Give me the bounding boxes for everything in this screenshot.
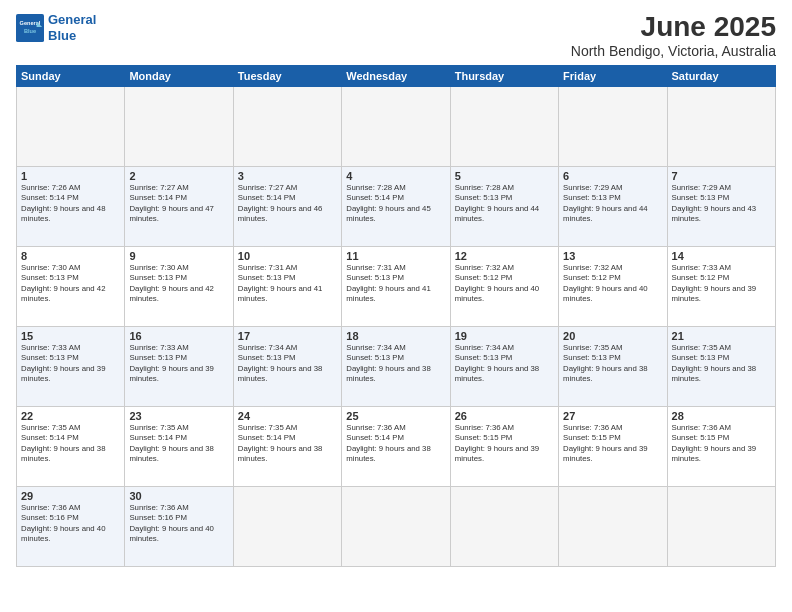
- cell-text: Sunrise: 7:34 AM Sunset: 5:13 PM Dayligh…: [346, 343, 445, 385]
- calendar-cell: 3Sunrise: 7:27 AM Sunset: 5:14 PM Daylig…: [233, 166, 341, 246]
- cell-text: Sunrise: 7:35 AM Sunset: 5:14 PM Dayligh…: [21, 423, 120, 465]
- header-tuesday: Tuesday: [233, 65, 341, 86]
- calendar-cell: 28Sunrise: 7:36 AM Sunset: 5:15 PM Dayli…: [667, 406, 775, 486]
- day-number: 5: [455, 170, 554, 182]
- cell-text: Sunrise: 7:36 AM Sunset: 5:16 PM Dayligh…: [21, 503, 120, 545]
- day-number: 6: [563, 170, 662, 182]
- calendar-cell: [125, 86, 233, 166]
- cell-text: Sunrise: 7:33 AM Sunset: 5:13 PM Dayligh…: [21, 343, 120, 385]
- calendar-cell: 27Sunrise: 7:36 AM Sunset: 5:15 PM Dayli…: [559, 406, 667, 486]
- cell-text: Sunrise: 7:31 AM Sunset: 5:13 PM Dayligh…: [346, 263, 445, 305]
- day-number: 18: [346, 330, 445, 342]
- calendar-cell: 4Sunrise: 7:28 AM Sunset: 5:14 PM Daylig…: [342, 166, 450, 246]
- cell-text: Sunrise: 7:29 AM Sunset: 5:13 PM Dayligh…: [563, 183, 662, 225]
- calendar-cell: [667, 86, 775, 166]
- calendar-cell: 2Sunrise: 7:27 AM Sunset: 5:14 PM Daylig…: [125, 166, 233, 246]
- calendar-cell: 10Sunrise: 7:31 AM Sunset: 5:13 PM Dayli…: [233, 246, 341, 326]
- cell-text: Sunrise: 7:35 AM Sunset: 5:13 PM Dayligh…: [563, 343, 662, 385]
- calendar-cell: 7Sunrise: 7:29 AM Sunset: 5:13 PM Daylig…: [667, 166, 775, 246]
- day-number: 21: [672, 330, 771, 342]
- calendar-cell: [559, 86, 667, 166]
- calendar-cell: 1Sunrise: 7:26 AM Sunset: 5:14 PM Daylig…: [17, 166, 125, 246]
- day-number: 10: [238, 250, 337, 262]
- cell-text: Sunrise: 7:30 AM Sunset: 5:13 PM Dayligh…: [21, 263, 120, 305]
- calendar-cell: 17Sunrise: 7:34 AM Sunset: 5:13 PM Dayli…: [233, 326, 341, 406]
- svg-text:Blue: Blue: [24, 27, 36, 33]
- calendar-header: Sunday Monday Tuesday Wednesday Thursday…: [17, 65, 776, 86]
- calendar-cell: 20Sunrise: 7:35 AM Sunset: 5:13 PM Dayli…: [559, 326, 667, 406]
- calendar-cell: 16Sunrise: 7:33 AM Sunset: 5:13 PM Dayli…: [125, 326, 233, 406]
- calendar-cell: 14Sunrise: 7:33 AM Sunset: 5:12 PM Dayli…: [667, 246, 775, 326]
- calendar-cell: 30Sunrise: 7:36 AM Sunset: 5:16 PM Dayli…: [125, 486, 233, 566]
- header-row: General Blue General Blue June 2025 Nort…: [16, 12, 776, 59]
- calendar-cell: 18Sunrise: 7:34 AM Sunset: 5:13 PM Dayli…: [342, 326, 450, 406]
- calendar-week-4: 22Sunrise: 7:35 AM Sunset: 5:14 PM Dayli…: [17, 406, 776, 486]
- calendar-cell: [342, 486, 450, 566]
- calendar-subtitle: North Bendigo, Victoria, Australia: [571, 43, 776, 59]
- day-number: 16: [129, 330, 228, 342]
- calendar-cell: 23Sunrise: 7:35 AM Sunset: 5:14 PM Dayli…: [125, 406, 233, 486]
- logo-text: General Blue: [48, 12, 96, 43]
- calendar-week-3: 15Sunrise: 7:33 AM Sunset: 5:13 PM Dayli…: [17, 326, 776, 406]
- calendar-table: Sunday Monday Tuesday Wednesday Thursday…: [16, 65, 776, 567]
- calendar-cell: [17, 86, 125, 166]
- day-number: 3: [238, 170, 337, 182]
- calendar-week-0: [17, 86, 776, 166]
- cell-text: Sunrise: 7:32 AM Sunset: 5:12 PM Dayligh…: [563, 263, 662, 305]
- cell-text: Sunrise: 7:32 AM Sunset: 5:12 PM Dayligh…: [455, 263, 554, 305]
- cell-text: Sunrise: 7:28 AM Sunset: 5:14 PM Dayligh…: [346, 183, 445, 225]
- cell-text: Sunrise: 7:27 AM Sunset: 5:14 PM Dayligh…: [238, 183, 337, 225]
- calendar-cell: 25Sunrise: 7:36 AM Sunset: 5:14 PM Dayli…: [342, 406, 450, 486]
- day-number: 11: [346, 250, 445, 262]
- day-number: 4: [346, 170, 445, 182]
- header-thursday: Thursday: [450, 65, 558, 86]
- calendar-cell: 6Sunrise: 7:29 AM Sunset: 5:13 PM Daylig…: [559, 166, 667, 246]
- calendar-cell: 12Sunrise: 7:32 AM Sunset: 5:12 PM Dayli…: [450, 246, 558, 326]
- cell-text: Sunrise: 7:35 AM Sunset: 5:13 PM Dayligh…: [672, 343, 771, 385]
- cell-text: Sunrise: 7:34 AM Sunset: 5:13 PM Dayligh…: [238, 343, 337, 385]
- day-number: 20: [563, 330, 662, 342]
- cell-text: Sunrise: 7:36 AM Sunset: 5:15 PM Dayligh…: [672, 423, 771, 465]
- cell-text: Sunrise: 7:35 AM Sunset: 5:14 PM Dayligh…: [238, 423, 337, 465]
- calendar-cell: 5Sunrise: 7:28 AM Sunset: 5:13 PM Daylig…: [450, 166, 558, 246]
- calendar-cell: [450, 486, 558, 566]
- day-number: 12: [455, 250, 554, 262]
- logo-line1: General: [48, 12, 96, 27]
- calendar-cell: [450, 86, 558, 166]
- cell-text: Sunrise: 7:34 AM Sunset: 5:13 PM Dayligh…: [455, 343, 554, 385]
- calendar-cell: 15Sunrise: 7:33 AM Sunset: 5:13 PM Dayli…: [17, 326, 125, 406]
- header-wednesday: Wednesday: [342, 65, 450, 86]
- cell-text: Sunrise: 7:28 AM Sunset: 5:13 PM Dayligh…: [455, 183, 554, 225]
- day-number: 30: [129, 490, 228, 502]
- day-number: 25: [346, 410, 445, 422]
- title-block: June 2025 North Bendigo, Victoria, Austr…: [571, 12, 776, 59]
- day-number: 15: [21, 330, 120, 342]
- cell-text: Sunrise: 7:36 AM Sunset: 5:15 PM Dayligh…: [563, 423, 662, 465]
- cell-text: Sunrise: 7:35 AM Sunset: 5:14 PM Dayligh…: [129, 423, 228, 465]
- day-number: 23: [129, 410, 228, 422]
- calendar-cell: [342, 86, 450, 166]
- logo-line2: Blue: [48, 28, 76, 43]
- day-number: 14: [672, 250, 771, 262]
- header-sunday: Sunday: [17, 65, 125, 86]
- calendar-cell: 26Sunrise: 7:36 AM Sunset: 5:15 PM Dayli…: [450, 406, 558, 486]
- calendar-week-2: 8Sunrise: 7:30 AM Sunset: 5:13 PM Daylig…: [17, 246, 776, 326]
- day-number: 9: [129, 250, 228, 262]
- header-monday: Monday: [125, 65, 233, 86]
- day-number: 27: [563, 410, 662, 422]
- calendar-page: General Blue General Blue June 2025 Nort…: [0, 0, 792, 612]
- calendar-cell: 13Sunrise: 7:32 AM Sunset: 5:12 PM Dayli…: [559, 246, 667, 326]
- day-number: 24: [238, 410, 337, 422]
- calendar-week-5: 29Sunrise: 7:36 AM Sunset: 5:16 PM Dayli…: [17, 486, 776, 566]
- calendar-cell: [233, 86, 341, 166]
- calendar-cell: [559, 486, 667, 566]
- calendar-cell: 21Sunrise: 7:35 AM Sunset: 5:13 PM Dayli…: [667, 326, 775, 406]
- cell-text: Sunrise: 7:33 AM Sunset: 5:13 PM Dayligh…: [129, 343, 228, 385]
- calendar-cell: 24Sunrise: 7:35 AM Sunset: 5:14 PM Dayli…: [233, 406, 341, 486]
- calendar-cell: 22Sunrise: 7:35 AM Sunset: 5:14 PM Dayli…: [17, 406, 125, 486]
- day-number: 2: [129, 170, 228, 182]
- day-number: 1: [21, 170, 120, 182]
- calendar-cell: [233, 486, 341, 566]
- day-number: 22: [21, 410, 120, 422]
- cell-text: Sunrise: 7:29 AM Sunset: 5:13 PM Dayligh…: [672, 183, 771, 225]
